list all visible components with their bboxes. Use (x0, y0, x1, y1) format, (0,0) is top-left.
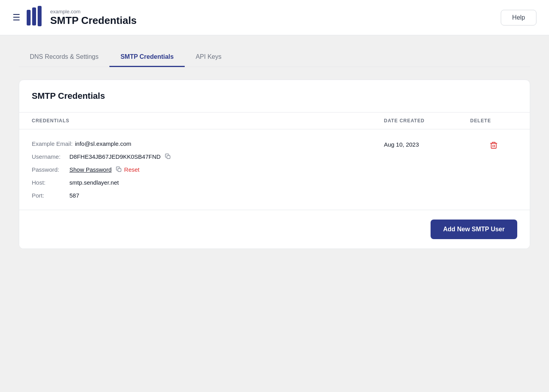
port-row: Port: 587 (32, 192, 384, 199)
host-label: Host: (32, 179, 67, 186)
password-row: Password: Show Password Reset (32, 166, 384, 173)
card-header: SMTP Credentials (19, 80, 530, 113)
port-value: 587 (69, 192, 79, 199)
svg-rect-4 (118, 169, 121, 172)
svg-rect-1 (32, 7, 36, 25)
host-value: smtp.sendlayer.net (69, 179, 119, 186)
show-password-button[interactable]: Show Password (69, 166, 112, 173)
col-header-delete: DELETE (470, 118, 517, 123)
credentials-cell: Example Email: info@sl.example.com Usern… (32, 140, 384, 199)
card-title: SMTP Credentials (32, 91, 517, 101)
tab-smtp-credentials[interactable]: SMTP Credentials (109, 48, 185, 67)
table-row: Example Email: info@sl.example.com Usern… (19, 129, 530, 210)
hamburger-menu-icon[interactable]: ☰ (13, 13, 20, 22)
example-email-label: Example Email: (32, 140, 73, 147)
username-row: Username: D8FHE34JB67JED9KK0SB47FND (32, 153, 384, 160)
svg-rect-5 (491, 143, 496, 148)
port-label: Port: (32, 192, 67, 199)
password-label: Password: (32, 166, 67, 173)
svg-rect-2 (38, 6, 42, 26)
col-header-credentials: CREDENTIALS (32, 118, 384, 123)
example-email-row: Example Email: info@sl.example.com (32, 140, 384, 147)
reset-password-button[interactable]: Reset (124, 166, 140, 173)
date-created-cell: Aug 10, 2023 (384, 140, 470, 148)
tab-dns-records[interactable]: DNS Records & Settings (19, 48, 109, 67)
page-content: DNS Records & Settings SMTP Credentials … (0, 35, 549, 261)
delete-credential-icon[interactable] (489, 141, 498, 152)
username-value: D8FHE34JB67JED9KK0SB47FND (69, 153, 161, 160)
svg-rect-0 (27, 10, 31, 25)
add-smtp-user-button[interactable]: Add New SMTP User (431, 220, 517, 239)
table-header-row: CREDENTIALS DATE CREATED DELETE (19, 113, 530, 129)
header-subtitle: example.com (50, 9, 137, 15)
tabs-nav: DNS Records & Settings SMTP Credentials … (19, 48, 530, 67)
copy-username-icon[interactable] (165, 153, 171, 160)
svg-rect-3 (167, 156, 170, 159)
host-row: Host: smtp.sendlayer.net (32, 179, 384, 186)
tab-api-keys[interactable]: API Keys (185, 48, 233, 67)
col-header-date-created: DATE CREATED (384, 118, 470, 123)
smtp-credentials-card: SMTP Credentials CREDENTIALS DATE CREATE… (19, 80, 530, 249)
delete-cell (470, 140, 517, 152)
help-button[interactable]: Help (501, 10, 536, 25)
header: ☰ example.com SMTP Credentials Help (0, 0, 549, 35)
copy-password-icon[interactable] (116, 166, 122, 172)
header-title: SMTP Credentials (50, 15, 137, 27)
card-footer: Add New SMTP User (19, 210, 530, 249)
username-label: Username: (32, 153, 67, 160)
example-email-value: info@sl.example.com (75, 140, 131, 147)
credentials-table: CREDENTIALS DATE CREATED DELETE Example … (19, 113, 530, 210)
header-title-group: example.com SMTP Credentials (50, 9, 137, 27)
logo-icon (27, 6, 44, 29)
header-left: ☰ example.com SMTP Credentials (13, 6, 137, 29)
